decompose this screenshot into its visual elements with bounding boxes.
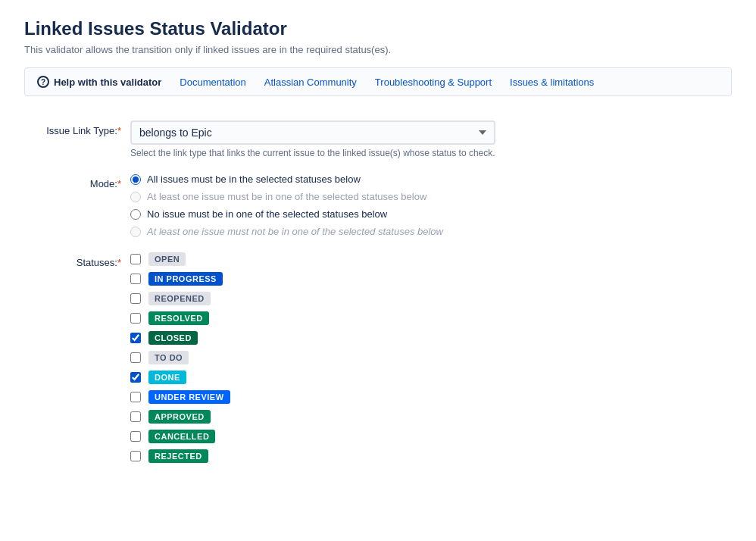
tabs-bar: ? Help with this validator Documentation… xyxy=(24,67,732,96)
issue-link-select[interactable]: belongs to Epic xyxy=(130,120,495,145)
status-badge-rejected: REJECTED xyxy=(148,449,208,463)
mode-option-atleastnot: At least one issue must not be in one of… xyxy=(130,226,443,237)
status-row-rejected: REJECTED xyxy=(130,449,230,463)
status-checkbox-done[interactable] xyxy=(130,372,141,383)
mode-option-atleast: At least one issue must be in one of the… xyxy=(130,191,443,202)
status-row-closed: CLOSED xyxy=(130,331,230,345)
status-checkbox-underreview[interactable] xyxy=(130,392,141,402)
status-checkbox-approved[interactable] xyxy=(130,411,141,422)
status-checkbox-todo[interactable] xyxy=(130,352,141,363)
status-row-resolved: RESOLVED xyxy=(130,311,230,325)
tab-documentation[interactable]: Documentation xyxy=(180,77,245,88)
status-row-approved: APPROVED xyxy=(130,410,230,424)
status-row-open: OPEN xyxy=(130,252,230,266)
status-checkbox-reopened[interactable] xyxy=(130,293,141,304)
issue-link-hint: Select the link type that links the curr… xyxy=(130,148,495,158)
mode-option-all[interactable]: All issues must be in the selected statu… xyxy=(130,174,443,185)
status-row-todo: TO DO xyxy=(130,351,230,364)
status-badge-done: DONE xyxy=(148,371,186,384)
help-icon: ? xyxy=(37,76,49,88)
status-row-cancelled: CANCELLED xyxy=(130,430,230,443)
issue-link-label: Issue Link Type:* xyxy=(30,120,121,136)
status-checkbox-inprogress[interactable] xyxy=(130,274,141,284)
statuses-label: Statuses:* xyxy=(30,252,121,268)
status-checkbox-rejected[interactable] xyxy=(130,451,141,461)
status-badge-reopened: REOPENED xyxy=(148,292,211,305)
mode-radio-group: All issues must be in the selected statu… xyxy=(130,174,443,237)
status-badge-underreview: UNDER REVIEW xyxy=(148,390,230,404)
tab-limitations[interactable]: Issues & limitations xyxy=(510,77,594,88)
statuses-list: OPENIN PROGRESSREOPENEDRESOLVEDCLOSEDTO … xyxy=(130,252,230,463)
status-badge-todo: TO DO xyxy=(148,351,189,364)
status-badge-inprogress: IN PROGRESS xyxy=(148,272,223,286)
form-section: Issue Link Type:* belongs to Epic Select… xyxy=(24,120,732,463)
status-badge-cancelled: CANCELLED xyxy=(148,430,215,443)
tab-help[interactable]: ? Help with this validator xyxy=(37,76,161,88)
status-badge-closed: CLOSED xyxy=(148,331,198,345)
status-checkbox-open[interactable] xyxy=(130,254,141,264)
mode-row: Mode:* All issues must be in the selecte… xyxy=(30,174,732,237)
page-title: Linked Issues Status Validator xyxy=(24,18,732,39)
status-badge-resolved: RESOLVED xyxy=(148,311,209,325)
mode-option-noissue[interactable]: No issue must be in one of the selected … xyxy=(130,208,443,220)
status-badge-open: OPEN xyxy=(148,252,186,266)
status-checkbox-closed[interactable] xyxy=(130,333,141,343)
mode-label: Mode:* xyxy=(30,174,121,189)
status-row-inprogress: IN PROGRESS xyxy=(130,272,230,286)
status-row-done: DONE xyxy=(130,371,230,384)
statuses-row: Statuses:* OPENIN PROGRESSREOPENEDRESOLV… xyxy=(30,252,732,463)
page-subtitle: This validator allows the transition onl… xyxy=(24,44,732,55)
status-checkbox-cancelled[interactable] xyxy=(130,431,141,442)
tab-support[interactable]: Troubleshooting & Support xyxy=(375,77,492,88)
status-row-underreview: UNDER REVIEW xyxy=(130,390,230,404)
issue-link-row: Issue Link Type:* belongs to Epic Select… xyxy=(30,120,732,158)
status-row-reopened: REOPENED xyxy=(130,292,230,305)
status-checkbox-resolved[interactable] xyxy=(130,313,141,324)
status-badge-approved: APPROVED xyxy=(148,410,211,424)
tab-community[interactable]: Atlassian Community xyxy=(264,77,357,88)
